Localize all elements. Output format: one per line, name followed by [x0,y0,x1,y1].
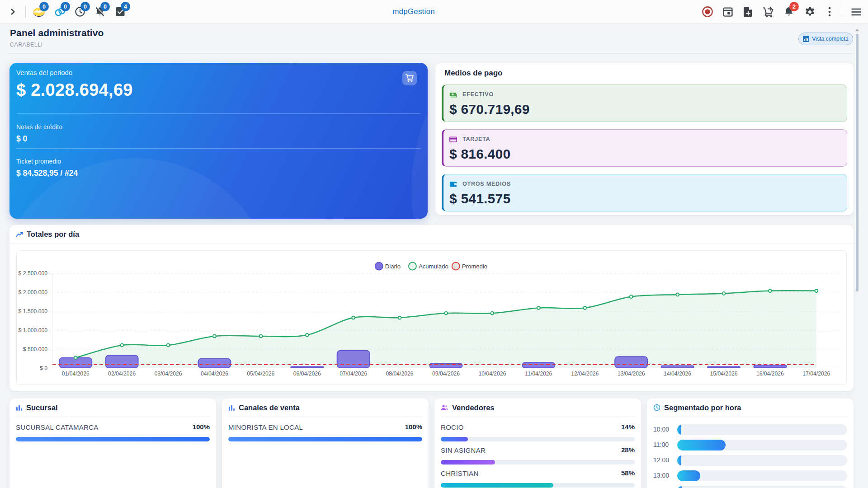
scrollbar-up-arrow[interactable] [855,28,859,31]
daily-totals-svg: $ 0$ 500.000$ 1.000.000$ 1.500.000$ 2.00… [17,251,846,385]
svg-text:16/04/2026: 16/04/2026 [756,371,784,377]
navbar-button-record[interactable] [698,0,717,23]
record-icon [702,6,713,18]
main-menu-button[interactable] [849,0,864,23]
payment-method-card-tarjeta: TARJETA $ 816.400 [442,129,847,167]
bar-chart-icon [228,404,235,411]
navbar-button-gear[interactable] [800,0,820,23]
hour-row: 14:00 [653,483,847,488]
svg-text:12/04/2026: 12/04/2026 [571,371,599,377]
credit-card-icon [449,136,457,143]
sales-divider [16,113,421,114]
payment-method-card-otros-medios: OTROS MEDIOS $ 541.575 [442,174,847,211]
hour-track [677,470,847,481]
progress-row: CHRISTIAN 58% [441,463,635,486]
count-badge: 4 [121,2,130,11]
navbar-button-tasks[interactable]: 4 [110,0,130,23]
credit-notes-value: $ 0 [16,133,421,144]
progress-fill [16,437,210,441]
cart-add-icon [763,6,775,18]
navbar-button-clock[interactable]: 0 [70,0,90,23]
payment-method-head: TARJETA [449,134,840,144]
daily-totals-chart[interactable]: $ 0$ 500.000$ 1.000.000$ 1.500.000$ 2.00… [16,250,847,385]
hourly-card: Segmentado por hora 10:00 11:00 12:00 13… [647,399,854,488]
payment-methods-title: Medios de pago [444,67,502,80]
progress-fill [228,437,422,441]
sales-period-label: Ventas del periodo [16,69,421,76]
hour-track [677,440,847,450]
svg-text:07/04/2026: 07/04/2026 [340,371,367,377]
trend-line-icon [16,231,23,238]
navbar-divider-right [842,6,842,18]
full-view-button[interactable]: Vista completa [798,33,853,45]
hour-fill [677,424,681,435]
navbar-button-bell-off[interactable]: 0 [90,0,110,23]
sales-divider [16,148,421,149]
progress-label: SUCURSAL CATAMARCA [16,423,99,431]
gear-icon [804,6,816,18]
navbar-button-cart-add[interactable] [758,0,779,23]
navbar-button-file-add[interactable] [738,0,758,23]
payment-method-label: TARJETA [462,136,490,142]
daily-totals-header: Totales por día [9,225,854,244]
sales-period-total: $ 2.028.694,69 [16,80,421,100]
hamburger-menu-icon [851,8,861,16]
progress-row: SIN ASIGNAR 28% [441,440,635,463]
payment-methods-panel: Medios de pago EFECTIVO $ 670.719,69 TAR… [435,63,854,215]
payment-method-value: $ 541.575 [449,191,840,206]
hour-fill [677,455,681,466]
navbar-button-bell[interactable]: 2 [778,0,799,23]
wallet-icon [449,180,457,188]
hour-fill [677,440,726,450]
sellers-header: Vendedores [434,399,641,417]
progress-row: MINORISTA EN LOCAL 100% [228,417,422,440]
svg-text:Diario: Diario [385,263,401,270]
svg-text:09/04/2026: 09/04/2026 [432,371,460,377]
sales-period-card: Ventas del periodo $ 2.028.694,69 Notas … [9,63,428,219]
chevron-right-icon [9,9,16,15]
card-divider [653,417,848,417]
payment-method-head: OTROS MEDIOS [449,179,840,189]
navbar-button-kebab-menu[interactable] [823,0,836,23]
people-icon [441,404,448,411]
hourly-rows: 10:00 11:00 12:00 13:00 14:00 [653,422,847,488]
progress-track [16,437,210,441]
svg-text:11/04/2026: 11/04/2026 [525,371,552,377]
svg-text:02/04/2026: 02/04/2026 [108,371,136,377]
svg-text:13/04/2026: 13/04/2026 [618,371,645,377]
svg-text:06/04/2026: 06/04/2026 [293,371,321,377]
sellers-rows: ROCIO 14% SIN ASIGNAR 28% CHRISTIAN 58% [441,417,635,486]
svg-text:$ 2.000.000: $ 2.000.000 [19,289,48,296]
count-badge: 0 [80,2,90,11]
credit-notes-label: Notas de crédito [16,123,421,131]
navbar-button-calendar[interactable] [718,0,738,23]
calendar-icon [722,6,733,17]
page-subtitle: CARABELLI [10,42,42,48]
payment-method-value: $ 816.400 [449,146,840,162]
progress-label: SIN ASIGNAR [441,446,486,454]
hour-row: 12:00 [653,453,847,468]
svg-text:$ 500.000: $ 500.000 [23,346,47,352]
daily-totals-card: Totales por día $ 0$ 500.000$ 1.000.000$… [9,225,854,391]
kebab-menu-icon [828,7,831,17]
full-view-label: Vista completa [812,36,848,42]
progress-percent: 14% [621,423,635,431]
progress-label: ROCIO [441,423,464,431]
hour-fill [677,486,682,488]
navbar-button-mercadopago[interactable]: 0 [29,0,49,23]
progress-percent: 28% [621,446,635,454]
hour-track [677,455,847,466]
sidebar-expand-button[interactable] [6,0,19,23]
svg-text:03/04/2026: 03/04/2026 [155,371,182,377]
scrollbar-thumb[interactable] [856,34,859,291]
top-navbar: 0 0 0 0 4 mdpGestion 2 [0,0,868,23]
hour-row: 11:00 [653,437,847,453]
navbar-button-sync-rings[interactable]: 0 [50,0,70,23]
channels-title: Canales de venta [239,404,300,412]
svg-text:08/04/2026: 08/04/2026 [386,371,414,377]
svg-text:15/04/2026: 15/04/2026 [710,371,737,377]
svg-text:10/04/2026: 10/04/2026 [478,371,506,377]
hour-label: 13:00 [653,472,671,479]
progress-row: ROCIO 14% [441,417,635,440]
svg-text:$ 0: $ 0 [40,365,47,371]
